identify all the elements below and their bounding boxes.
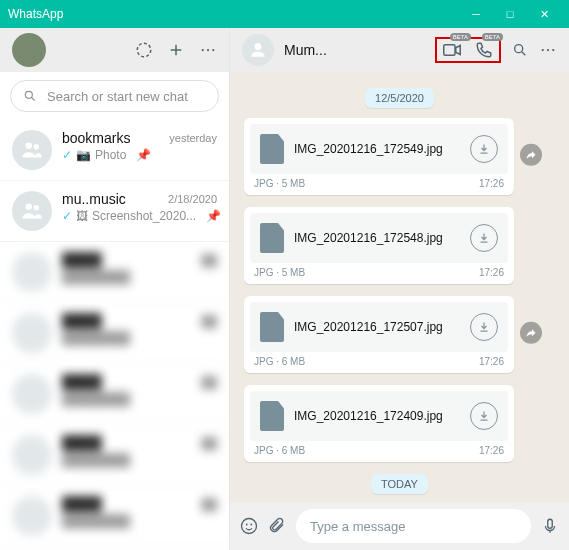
chat-list: bookmarksyesterday ✓📷Photo📌 mu..music2/1… bbox=[0, 120, 229, 550]
svg-point-14 bbox=[552, 49, 554, 51]
check-icon: ✓ bbox=[62, 148, 72, 162]
new-chat-icon[interactable] bbox=[167, 41, 185, 59]
message-placeholder: Type a message bbox=[310, 519, 405, 534]
chat-menu-icon[interactable] bbox=[539, 41, 557, 59]
message-time: 17:26 bbox=[479, 267, 504, 278]
svg-point-3 bbox=[212, 49, 214, 51]
svg-point-11 bbox=[515, 45, 523, 53]
svg-point-5 bbox=[26, 142, 33, 149]
chat-item-redacted[interactable]: ██████████████ bbox=[0, 364, 229, 425]
camera-icon: 📷 bbox=[76, 148, 91, 162]
chat-name: bookmarks bbox=[62, 130, 130, 146]
titlebar: WhatsApp ─ □ ✕ bbox=[0, 0, 569, 28]
window-close[interactable]: ✕ bbox=[527, 0, 561, 28]
video-call-button[interactable]: BETA bbox=[443, 41, 461, 59]
forward-button[interactable] bbox=[520, 143, 542, 165]
pin-icon: 📌 bbox=[136, 148, 150, 162]
svg-point-9 bbox=[255, 43, 262, 50]
chat-item[interactable]: mu..music2/18/2020 ✓🖼Screenshot_2020...📌 bbox=[0, 181, 229, 242]
date-badge: 12/5/2020 bbox=[365, 88, 434, 108]
voice-call-button[interactable]: BETA bbox=[475, 41, 493, 59]
app-title: WhatsApp bbox=[8, 7, 63, 21]
group-avatar-icon bbox=[12, 130, 52, 170]
search-in-chat-icon[interactable] bbox=[511, 41, 529, 59]
date-badge: TODAY bbox=[371, 474, 428, 494]
call-buttons-highlight: BETA BETA bbox=[435, 37, 501, 63]
download-button[interactable] bbox=[470, 402, 498, 430]
chat-item-redacted[interactable]: ██████████████ bbox=[0, 303, 229, 364]
status-icon[interactable] bbox=[135, 41, 153, 59]
message-input[interactable]: Type a message bbox=[296, 509, 531, 543]
forward-button[interactable] bbox=[520, 321, 542, 343]
document-icon bbox=[260, 134, 284, 164]
document-icon bbox=[260, 312, 284, 342]
svg-point-16 bbox=[246, 524, 248, 526]
svg-point-7 bbox=[26, 203, 33, 210]
message-time: 17:26 bbox=[479, 445, 504, 456]
file-meta: JPG · 6 MB bbox=[254, 356, 305, 367]
message-time: 17:26 bbox=[479, 178, 504, 189]
file-meta: JPG · 5 MB bbox=[254, 178, 305, 189]
search-input[interactable]: Search or start new chat bbox=[10, 80, 219, 112]
document-icon bbox=[260, 223, 284, 253]
conversation-header: Mum... BETA BETA bbox=[230, 28, 569, 72]
messages-area[interactable]: 12/5/2020 IMG_20201216_172549.jpg JPG · … bbox=[230, 72, 569, 502]
pin-icon: 📌 bbox=[206, 209, 220, 223]
chat-item-redacted[interactable]: ██████████████ bbox=[0, 425, 229, 486]
beta-badge: BETA bbox=[482, 33, 503, 41]
search-icon bbox=[23, 89, 37, 103]
svg-point-17 bbox=[250, 524, 252, 526]
contact-avatar[interactable] bbox=[242, 34, 274, 66]
chat-timestamp: yesterday bbox=[169, 132, 217, 144]
svg-point-0 bbox=[137, 43, 151, 57]
incoming-file-message[interactable]: IMG_20201216_172409.jpg JPG · 6 MB17:26 bbox=[244, 385, 514, 462]
sidebar-header bbox=[0, 28, 229, 72]
file-name: IMG_20201216_172549.jpg bbox=[294, 142, 460, 156]
chat-timestamp: 2/18/2020 bbox=[168, 193, 217, 205]
incoming-file-message[interactable]: IMG_20201216_172549.jpg JPG · 5 MB17:26 bbox=[244, 118, 514, 195]
svg-point-13 bbox=[547, 49, 549, 51]
conversation-panel: Mum... BETA BETA ↗ 12/5/2020 IMG_2020121… bbox=[230, 28, 569, 550]
file-name: IMG_20201216_172548.jpg bbox=[294, 231, 460, 245]
svg-point-8 bbox=[34, 205, 39, 210]
download-button[interactable] bbox=[470, 313, 498, 341]
chat-item[interactable]: bookmarksyesterday ✓📷Photo📌 bbox=[0, 120, 229, 181]
chat-preview: Photo bbox=[95, 148, 126, 162]
file-name: IMG_20201216_172507.jpg bbox=[294, 320, 460, 334]
message-time: 17:26 bbox=[479, 356, 504, 367]
menu-icon[interactable] bbox=[199, 41, 217, 59]
chat-preview: Screenshot_2020... bbox=[92, 209, 196, 223]
svg-point-6 bbox=[34, 144, 39, 149]
chat-item-redacted[interactable]: ██████████████ bbox=[0, 242, 229, 303]
svg-point-12 bbox=[542, 49, 544, 51]
attach-icon[interactable] bbox=[268, 517, 286, 535]
mic-icon[interactable] bbox=[541, 517, 559, 535]
svg-point-15 bbox=[242, 519, 257, 534]
file-meta: JPG · 6 MB bbox=[254, 445, 305, 456]
incoming-file-message[interactable]: IMG_20201216_172507.jpg JPG · 6 MB17:26 bbox=[244, 296, 514, 373]
incoming-file-message[interactable]: IMG_20201216_172548.jpg JPG · 5 MB17:26 bbox=[244, 207, 514, 284]
window-minimize[interactable]: ─ bbox=[459, 0, 493, 28]
download-button[interactable] bbox=[470, 135, 498, 163]
svg-point-4 bbox=[25, 91, 32, 98]
contact-name[interactable]: Mum... bbox=[284, 42, 425, 58]
svg-rect-10 bbox=[444, 45, 455, 56]
my-avatar[interactable] bbox=[12, 33, 46, 67]
sidebar: Search or start new chat bookmarksyester… bbox=[0, 28, 230, 550]
document-icon bbox=[260, 401, 284, 431]
group-avatar-icon bbox=[12, 191, 52, 231]
search-placeholder: Search or start new chat bbox=[47, 89, 188, 104]
image-icon: 🖼 bbox=[76, 209, 88, 223]
svg-rect-18 bbox=[548, 519, 553, 528]
chat-item-redacted[interactable]: ██████████████ bbox=[0, 486, 229, 547]
svg-point-2 bbox=[207, 49, 209, 51]
check-icon: ✓ bbox=[62, 209, 72, 223]
message-composer: Type a message bbox=[230, 502, 569, 550]
window-maximize[interactable]: □ bbox=[493, 0, 527, 28]
file-name: IMG_20201216_172409.jpg bbox=[294, 409, 460, 423]
emoji-icon[interactable] bbox=[240, 517, 258, 535]
file-meta: JPG · 5 MB bbox=[254, 267, 305, 278]
download-button[interactable] bbox=[470, 224, 498, 252]
svg-point-1 bbox=[202, 49, 204, 51]
beta-badge: BETA bbox=[450, 33, 471, 41]
